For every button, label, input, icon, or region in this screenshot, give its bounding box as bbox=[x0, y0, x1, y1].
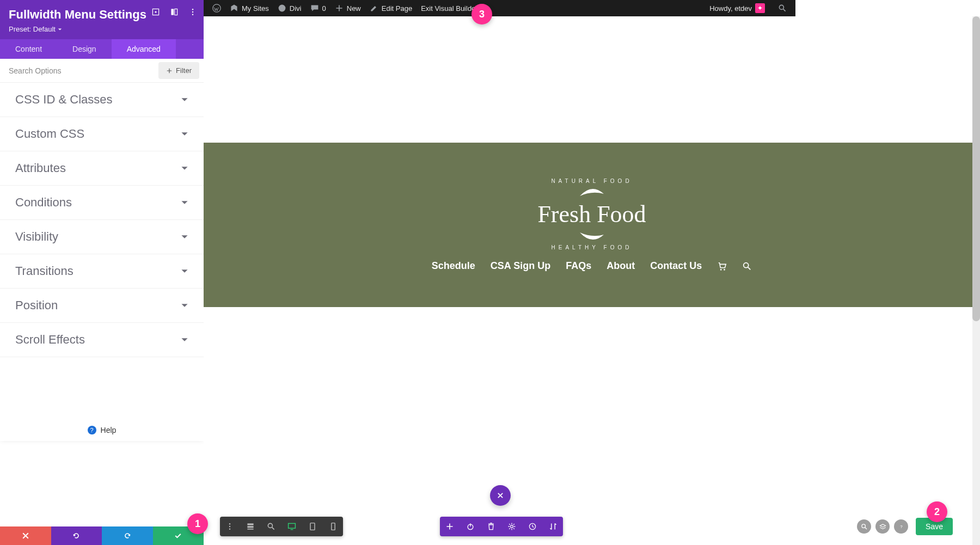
svg-rect-21 bbox=[310, 523, 315, 530]
my-sites-link[interactable]: My Sites bbox=[225, 4, 273, 13]
menu-icon[interactable] bbox=[225, 522, 234, 531]
comments-link[interactable]: 0 bbox=[306, 4, 330, 13]
section-transitions[interactable]: Transitions bbox=[0, 254, 204, 289]
nav-csa-signup[interactable]: CSA Sign Up bbox=[491, 260, 550, 272]
edit-page-label: Edit Page bbox=[382, 4, 412, 13]
cart-icon[interactable] bbox=[717, 261, 727, 271]
module-toolbar bbox=[440, 517, 563, 536]
more-icon[interactable] bbox=[188, 8, 197, 16]
svg-point-10 bbox=[720, 268, 722, 270]
section-attributes[interactable]: Attributes bbox=[0, 151, 204, 186]
gear-icon[interactable] bbox=[507, 522, 516, 531]
tab-advanced[interactable]: Advanced bbox=[112, 39, 176, 59]
section-custom-css[interactable]: Custom CSS bbox=[0, 117, 204, 151]
tab-content[interactable]: Content bbox=[0, 39, 57, 59]
howdy-link[interactable]: Howdy, etdev✦ bbox=[705, 3, 769, 13]
svg-rect-5 bbox=[171, 9, 174, 15]
svg-point-19 bbox=[268, 523, 272, 528]
my-sites-label: My Sites bbox=[242, 4, 269, 13]
site-logo[interactable]: NATURAL FOOD Fresh Food HEALTHY FOOD bbox=[537, 178, 646, 250]
svg-point-14 bbox=[229, 526, 230, 527]
settings-sidebar: Fullwidth Menu Settings Preset: Default … bbox=[0, 0, 204, 441]
svg-point-15 bbox=[229, 529, 230, 530]
section-conditions[interactable]: Conditions bbox=[0, 186, 204, 220]
divi-link[interactable]: Divi bbox=[273, 4, 306, 13]
svg-text:?: ? bbox=[900, 524, 903, 529]
sort-icon[interactable] bbox=[549, 522, 558, 531]
sidebar-tabs: Content Design Advanced bbox=[0, 39, 204, 59]
howdy-label: Howdy, etdev bbox=[709, 4, 752, 13]
nav-contact[interactable]: Contact Us bbox=[650, 260, 702, 272]
comments-count: 0 bbox=[322, 4, 326, 13]
svg-point-26 bbox=[862, 524, 866, 528]
wireframe-icon[interactable] bbox=[246, 522, 255, 531]
close-fab[interactable] bbox=[490, 485, 511, 506]
edit-page-link[interactable]: Edit Page bbox=[365, 4, 416, 13]
preset-dropdown[interactable]: Preset: Default bbox=[9, 25, 62, 33]
search-input[interactable] bbox=[0, 60, 158, 82]
section-visibility[interactable]: Visibility bbox=[0, 220, 204, 254]
view-toolbar bbox=[220, 517, 343, 536]
filter-button[interactable]: Filter bbox=[158, 62, 199, 79]
svg-point-13 bbox=[229, 523, 230, 524]
layers-icon[interactable] bbox=[875, 519, 890, 534]
tab-design[interactable]: Design bbox=[57, 39, 112, 59]
chevron-down-icon bbox=[181, 267, 188, 275]
help-page-icon[interactable]: ? bbox=[894, 519, 908, 534]
menu-nav: Schedule CSA Sign Up FAQs About Contact … bbox=[432, 260, 752, 272]
svg-point-4 bbox=[155, 11, 156, 13]
fullwidth-menu: NATURAL FOOD Fresh Food HEALTHY FOOD Sch… bbox=[204, 143, 980, 307]
wp-logo[interactable] bbox=[208, 4, 225, 13]
nav-faqs[interactable]: FAQs bbox=[566, 260, 591, 272]
power-icon[interactable] bbox=[466, 522, 475, 531]
zoom-page-icon[interactable] bbox=[857, 519, 871, 534]
section-scroll-effects[interactable]: Scroll Effects bbox=[0, 323, 204, 357]
snap-icon[interactable] bbox=[170, 8, 179, 16]
svg-point-2 bbox=[779, 5, 783, 9]
nav-about[interactable]: About bbox=[607, 260, 635, 272]
new-link[interactable]: New bbox=[330, 4, 365, 13]
svg-point-0 bbox=[213, 4, 220, 12]
add-icon[interactable] bbox=[445, 522, 454, 531]
chevron-down-icon bbox=[181, 336, 188, 344]
phone-icon[interactable] bbox=[329, 522, 338, 531]
svg-point-9 bbox=[192, 14, 193, 15]
trash-icon[interactable] bbox=[487, 522, 495, 531]
admin-search[interactable] bbox=[774, 4, 791, 13]
section-position[interactable]: Position bbox=[0, 289, 204, 323]
help-icon: ? bbox=[88, 426, 96, 434]
svg-point-1 bbox=[278, 5, 285, 12]
cancel-button[interactable] bbox=[0, 526, 51, 545]
svg-point-11 bbox=[724, 268, 725, 270]
search-icon[interactable] bbox=[742, 261, 752, 271]
nav-schedule[interactable]: Schedule bbox=[432, 260, 475, 272]
desktop-icon[interactable] bbox=[287, 522, 296, 531]
leaf-icon bbox=[579, 230, 605, 242]
preview-area: NATURAL FOOD Fresh Food HEALTHY FOOD Sch… bbox=[204, 16, 980, 545]
vertical-scrollbar[interactable] bbox=[972, 16, 980, 545]
exit-vb-label: Exit Visual Builder bbox=[421, 4, 478, 13]
divi-label: Divi bbox=[290, 4, 302, 13]
help-link[interactable]: ?Help bbox=[0, 413, 204, 441]
history-icon[interactable] bbox=[528, 522, 537, 531]
zoom-icon[interactable] bbox=[267, 522, 275, 531]
svg-rect-6 bbox=[175, 9, 177, 15]
redo-button[interactable] bbox=[102, 526, 153, 545]
wp-admin-bar: My Sites Divi 0 New Edit Page Exit Visua… bbox=[204, 0, 795, 16]
chevron-down-icon bbox=[181, 233, 188, 241]
callout-3: 3 bbox=[471, 4, 492, 25]
svg-point-12 bbox=[744, 262, 749, 267]
svg-point-7 bbox=[192, 9, 193, 10]
undo-button[interactable] bbox=[51, 526, 102, 545]
svg-rect-20 bbox=[289, 523, 296, 528]
section-css-id-classes[interactable]: CSS ID & Classes bbox=[0, 83, 204, 117]
callout-2: 2 bbox=[927, 501, 947, 522]
chevron-down-icon bbox=[181, 164, 188, 172]
leaf-icon bbox=[579, 186, 605, 198]
scrollbar-thumb[interactable] bbox=[972, 16, 980, 321]
chevron-down-icon bbox=[181, 130, 188, 138]
tablet-icon[interactable] bbox=[308, 522, 317, 531]
expand-icon[interactable] bbox=[151, 8, 160, 16]
new-label: New bbox=[347, 4, 361, 13]
svg-rect-16 bbox=[247, 523, 253, 525]
